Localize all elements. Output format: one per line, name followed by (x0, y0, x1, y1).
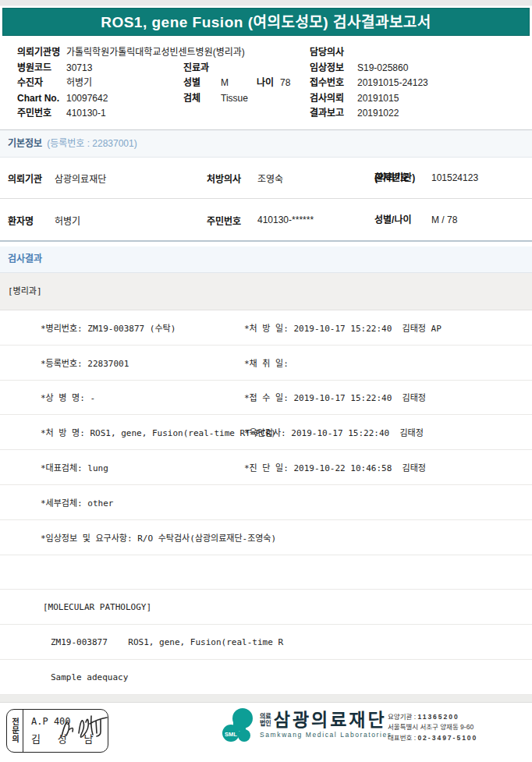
contact-value: 11365200 (417, 713, 459, 721)
contact-line: 서울특별시 서초구 양재동 9-60 (388, 722, 477, 733)
field-label: 주민번호 (207, 213, 241, 226)
field-value: 가톨릭학원가톨릭대학교성빈센트병원(병리과) (66, 45, 183, 61)
field-label: 검사의뢰 (310, 91, 357, 107)
result-row: ZM19-003877 ROS1, gene, Fusion(real-time… (0, 625, 532, 660)
contact-value: 02-3497-5100 (417, 734, 477, 742)
field-label: 수진자 (17, 76, 66, 91)
field-value: 101524123 (431, 172, 478, 183)
report-page: ROS1, gene Fusion (여의도성모) 검사결과보고서 의뢰기관명가… (0, 0, 532, 760)
field-label-line: (의뢰기관) (374, 172, 415, 184)
contact-line: 대표번호 : 02-3497-5100 (388, 733, 477, 744)
field-label: 의뢰기관 (8, 172, 42, 185)
company-name-line: 의료법인 삼광의료재단 (260, 711, 392, 729)
company-name: 삼광의료재단 (274, 711, 387, 729)
field-value: S19-025860 (357, 61, 408, 76)
svg-text:SML: SML (225, 731, 237, 738)
info-row: 담당의사 (310, 45, 428, 61)
result-left: Sample adequacy (51, 672, 128, 682)
table-row: 환자명 허병기 주민번호 410130-****** 성별/나이 M / 78 (0, 199, 532, 240)
field-value: 20191015 (357, 91, 399, 107)
result-left: *병리번호: ZM19-003877 (수탁) (41, 321, 176, 334)
result-row-empty (0, 555, 532, 590)
basic-info-header: 기본정보(등록번호 : 22837001) (0, 129, 532, 158)
company-logo-group: SML 의료법인 삼광의료재단 Samkwang Medical Laborat… (221, 707, 392, 748)
field-label: 의뢰기관명 (17, 45, 66, 61)
field-label: 결과보고 (310, 106, 357, 122)
info-row: 의뢰기관명가톨릭학원가톨릭대학교성빈센트병원(병리과) (17, 45, 290, 61)
result-row: *세부검체: other (0, 485, 532, 520)
patient-info-right: 담당의사 임상정보S19-025860 접수번호20191015-24123 검… (310, 45, 428, 122)
patient-info-section: 의뢰기관명가톨릭학원가톨릭대학교성빈센트병원(병리과) 병원코드30713진료과… (0, 36, 532, 122)
signature-icon (55, 710, 112, 747)
field-label: 나이 (257, 76, 280, 91)
field-label: 환자명 (8, 213, 34, 226)
field-value: 허병기 (66, 76, 183, 91)
info-row: 검사의뢰20191015 (310, 91, 428, 107)
field-value: 410130-1 (66, 106, 183, 122)
contact-label: 요양기관 : (388, 713, 416, 721)
result-row: *대표검체: lung *진 단 일: 2019-10-22 10:46:58 … (0, 450, 532, 485)
company-contact: 요양기관 : 11365200 서울특별시 서초구 양재동 9-60 대표번호 … (388, 712, 477, 744)
result-row: *처 방 명: ROS1, gene, Fusion(real-time RT-… (0, 415, 532, 450)
result-left: *임상정보 및 요구사항: R/O 수탁검사(삼광의료재단-조영숙) (41, 531, 276, 544)
info-row: 결과보고20191022 (310, 106, 428, 122)
result-left: *세부검체: other (41, 496, 113, 509)
result-right: *처 방 일: 2019-10-17 15:22:40 김태정 AP (244, 321, 442, 334)
field-value: M (221, 76, 257, 91)
field-value: 78 (280, 76, 290, 91)
field-value: 20191015-24123 (357, 76, 428, 91)
contact-line: 요양기관 : 11365200 (388, 712, 477, 723)
info-row: 병원코드30713진료과 (17, 61, 290, 76)
result-right: *육안검사: 2019-10-17 15:22:40 김태정 (244, 426, 424, 438)
field-value: 10097642 (66, 91, 183, 107)
field-label: 주민번호 (17, 106, 66, 122)
field-label: 처방의사 (207, 172, 241, 185)
info-row: 수진자허병기성별M나이78 (17, 76, 290, 91)
field-value: Tissue (221, 91, 257, 107)
field-value: 20191022 (357, 106, 399, 122)
result-left: *처 방 명: ROS1, gene, Fusion(real-time RT-… (41, 426, 276, 438)
department-row: [병리과] (0, 273, 532, 310)
report-title: ROS1, gene Fusion (여의도성모) 검사결과보고서 (2, 8, 530, 36)
field-label: 담당의사 (310, 45, 357, 61)
table-row: 의뢰기관 삼광의료재단 처방의사 조영숙 환자번호(의뢰기관) 10152412… (0, 158, 532, 199)
info-row: 접수번호20191015-24123 (310, 76, 428, 91)
result-left: [MOLECULAR PATHOLOGY] (43, 602, 151, 612)
basic-info-table: 의뢰기관 삼광의료재단 처방의사 조영숙 환자번호(의뢰기관) 10152412… (0, 158, 532, 242)
result-left: *등록번호: 22837001 (41, 356, 129, 369)
pathologist-stamp: 전문의 A.P 400 김 성 남 (6, 709, 108, 753)
field-value: M / 78 (431, 214, 457, 225)
result-right: *채 취 일: (244, 356, 289, 369)
field-label: 검체 (183, 91, 221, 107)
stamp-role-label: 전문의 (9, 718, 21, 743)
top-strip (0, 0, 532, 6)
field-label: 병원코드 (17, 61, 66, 76)
results-rows: *병리번호: ZM19-003877 (수탁) *처 방 일: 2019-10-… (0, 310, 532, 695)
company-name-block: 의료법인 삼광의료재단 Samkwang Medical Laboratorie… (260, 707, 392, 748)
contact-label: 대표번호 : (388, 734, 416, 742)
result-row: *상 병 명: - *접 수 일: 2019-10-17 15:22:40 김태… (0, 381, 532, 416)
info-row: Chart No.10097642검체Tissue (17, 91, 290, 107)
field-label: 접수번호 (310, 76, 357, 91)
result-row: *임상정보 및 요구사항: R/O 수탁검사(삼광의료재단-조영숙) (0, 520, 532, 555)
stamp-role-cell: 전문의 (7, 710, 23, 752)
field-label: 성별 (183, 76, 221, 91)
result-left: *대표검체: lung (41, 461, 108, 473)
result-right: *접 수 일: 2019-10-17 15:22:40 김태정 (244, 391, 426, 403)
section-title: 기본정보 (8, 138, 42, 149)
info-row: 임상정보S19-025860 (310, 61, 428, 76)
results-header: 검사결과 (0, 246, 532, 273)
sml-logo-icon: SML (221, 707, 257, 748)
field-label: 성별/나이 (374, 214, 412, 225)
field-value: 조영숙 (257, 172, 283, 185)
field-label: Chart No. (17, 91, 66, 107)
registration-number: (등록번호 : 22837001) (47, 138, 137, 149)
field-value: 삼광의료재단 (55, 172, 106, 185)
org-type-label: 의료법인 (260, 713, 271, 727)
footer-divider (0, 695, 532, 703)
org-type-line: 의료 (260, 713, 271, 720)
field-label: 임상정보 (310, 61, 357, 76)
result-row: Sample adequacy (0, 660, 532, 695)
result-left: ZM19-003877 ROS1, gene, Fusion(real-time… (51, 637, 283, 647)
org-type-line: 법인 (260, 720, 271, 727)
